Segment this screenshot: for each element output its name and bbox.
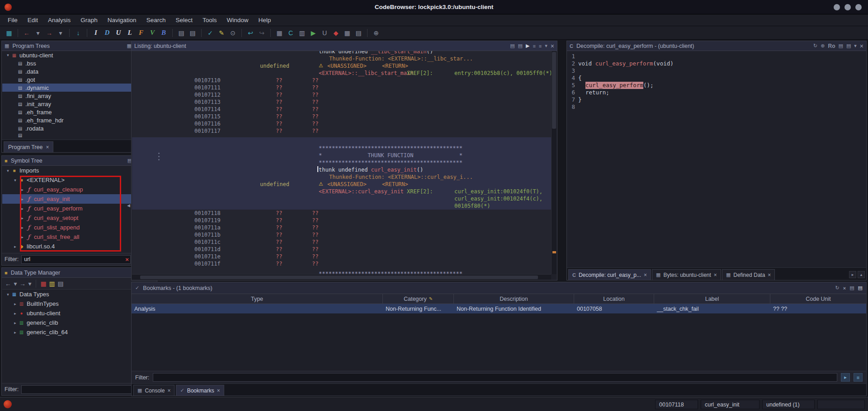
expand-icon[interactable]: ▾ xyxy=(5,168,11,173)
close-icon[interactable]: × xyxy=(46,144,49,150)
paste-icon[interactable]: ▤ xyxy=(187,28,198,38)
code-line[interactable]: 5curl_easy_perform(); xyxy=(569,82,866,89)
listing-line[interactable]: 00107119???? xyxy=(132,217,551,224)
close-icon[interactable]: × xyxy=(768,272,771,278)
bookmarks-filter-input[interactable] xyxy=(153,373,837,382)
listing-line[interactable]: 0010711a???? xyxy=(132,224,551,231)
redo-icon[interactable]: ↪ xyxy=(256,28,267,38)
world-icon[interactable]: ⊕ xyxy=(371,28,382,38)
expand-icon[interactable]: ▸ xyxy=(12,330,18,335)
tool-letter-L[interactable]: L xyxy=(124,28,135,38)
diff-view-icon[interactable]: ≡ xyxy=(539,43,542,49)
console-c-icon[interactable]: C xyxy=(285,28,296,38)
expand-icon[interactable]: ▸ xyxy=(12,302,18,306)
listing-vertical-scrollbar[interactable] xyxy=(551,51,557,274)
nav-back-icon[interactable]: ← xyxy=(21,28,32,38)
run-script-icon[interactable]: ▶ xyxy=(308,28,319,38)
listing-line[interactable]: 00105f80(*) xyxy=(132,202,551,210)
code-line[interactable]: 6return; xyxy=(569,89,866,96)
menu-navigation[interactable]: Navigation xyxy=(103,15,142,25)
bookmarks-header[interactable]: ✓ Bookmarks - (1 bookmarks) ↻ × ▤ ▤ xyxy=(132,282,866,294)
nav-back-menu-icon[interactable]: ▾ xyxy=(33,28,43,38)
menu-analysis[interactable]: Analysis xyxy=(43,15,75,25)
listing-line[interactable]: 0010711b???? xyxy=(132,231,551,238)
listing-line[interactable]: 00107110???? xyxy=(132,77,551,84)
tab-console[interactable]: ▦Console× xyxy=(133,385,175,396)
refresh-icon[interactable]: ↻ xyxy=(813,43,817,49)
dtm-filter-enums-icon[interactable]: ▥ xyxy=(48,278,56,289)
filter-columns-icon[interactable]: ≡ xyxy=(854,373,863,382)
close-icon[interactable]: × xyxy=(167,388,170,394)
menu-tools[interactable]: Tools xyxy=(198,15,222,25)
listing-line[interactable]: 00107113???? xyxy=(132,98,551,106)
rename-tool-label[interactable]: Ro xyxy=(828,43,835,49)
menu-search[interactable]: Search xyxy=(142,15,171,25)
demangle-icon[interactable]: U xyxy=(319,28,330,38)
menu-select[interactable]: Select xyxy=(170,15,198,25)
menu-graph[interactable]: Graph xyxy=(75,15,103,25)
edit-icon[interactable]: ✎ xyxy=(216,28,227,38)
listing-line[interactable]: 00107115???? xyxy=(132,113,551,120)
column-category[interactable]: Category✎ xyxy=(383,294,454,304)
column-description[interactable]: Description xyxy=(454,294,574,304)
listing-horizontal-scrollbar[interactable] xyxy=(132,274,551,280)
listing-line[interactable]: 00107111???? xyxy=(132,84,551,91)
listing-line[interactable] xyxy=(132,137,551,145)
nav-forward-icon[interactable]: → xyxy=(44,28,55,38)
dtm-forward-menu-icon[interactable]: ▾ xyxy=(27,278,33,289)
tab-list-icon[interactable]: ▴ xyxy=(858,271,865,278)
bookmark-row[interactable]: Analysis Non-Returning Func... Non-Retur… xyxy=(132,304,866,313)
filter-save-icon[interactable]: ▸ xyxy=(841,373,850,382)
listing-line[interactable]: 0010711f???? xyxy=(132,260,551,267)
code-line[interactable]: 3 xyxy=(569,67,866,75)
dtm-preview-icon[interactable]: ▤ xyxy=(57,278,65,289)
bookmarks-table-body[interactable] xyxy=(132,313,866,371)
snapshot-icon[interactable]: ▤ xyxy=(353,28,364,38)
listing-line[interactable]: 00107114???? xyxy=(132,106,551,113)
search-icon[interactable]: ⊙ xyxy=(227,28,238,38)
column-location[interactable]: Location xyxy=(574,294,654,304)
expand-icon[interactable]: ▸ xyxy=(12,244,18,249)
save-icon[interactable]: ▦ xyxy=(4,28,14,38)
tab-scroll-right-icon[interactable]: ▸ xyxy=(849,271,856,278)
tab-bookmarks[interactable]: ✓Bookmarks× xyxy=(176,385,224,396)
edit-bookmark-icon[interactable]: ▤ xyxy=(849,285,854,291)
column-type[interactable]: Type xyxy=(132,294,383,304)
listing-line[interactable]: undefined⚠<UNASSIGNED><RETURN> xyxy=(132,181,551,188)
tool-letter-B[interactable]: B xyxy=(158,28,169,38)
structure-editor-icon[interactable]: ▦ xyxy=(342,28,353,38)
expand-icon[interactable]: ▾ xyxy=(12,178,18,182)
dtm-filter-input[interactable] xyxy=(21,385,133,394)
tab-defined-data[interactable]: ▦Defined Data× xyxy=(722,269,775,280)
maximize-button[interactable] xyxy=(844,4,851,10)
data-view-icon[interactable]: ▥ xyxy=(297,28,307,38)
stop-icon[interactable]: ◆ xyxy=(330,28,341,38)
expand-icon[interactable]: ▸ xyxy=(19,235,25,239)
expand-icon[interactable]: ▸ xyxy=(19,216,25,220)
tool-letter-D[interactable]: D xyxy=(102,28,113,38)
listing-line[interactable]: ****************************************… xyxy=(132,159,551,166)
close-icon[interactable]: × xyxy=(860,42,863,50)
close-icon[interactable]: × xyxy=(644,272,647,278)
listing-line[interactable]: 00107116???? xyxy=(132,120,551,127)
code-line[interactable]: 1 xyxy=(569,53,866,60)
nav-forward-menu-icon[interactable]: ▾ xyxy=(55,28,66,38)
highlighted-call[interactable]: curl_easy_perform xyxy=(585,82,643,89)
expand-icon[interactable]: ▸ xyxy=(19,197,25,201)
toggle-fields-icon[interactable]: ≡ xyxy=(533,43,535,49)
cursor-location-icon[interactable]: ▶ xyxy=(526,43,529,49)
listing-line[interactable]: Thunked-Function: <EXTERNAL>::curl_easy_… xyxy=(132,173,551,181)
dtm-filter-arrays-icon[interactable]: ▦ xyxy=(39,278,47,289)
dtm-back-icon[interactable]: ← xyxy=(4,278,12,289)
listing-line[interactable]: * THUNK FUNCTION * xyxy=(132,152,551,159)
close-icon[interactable]: × xyxy=(217,388,220,394)
tool-letter-F[interactable]: F xyxy=(136,28,146,38)
clear-filter-icon[interactable]: × xyxy=(125,256,129,263)
listing-line[interactable]: ****************************************… xyxy=(132,270,551,274)
listing-menu-icon[interactable]: ▾ xyxy=(545,43,547,49)
listing-line[interactable]: undefined⚠<UNASSIGNED><RETURN> xyxy=(132,62,551,70)
minimize-button[interactable] xyxy=(834,4,840,10)
listing-line[interactable]: thunk undefined __libc_start_main() xyxy=(132,51,551,55)
scrollbar-thumb[interactable] xyxy=(552,52,556,129)
close-icon[interactable]: × xyxy=(551,42,554,50)
